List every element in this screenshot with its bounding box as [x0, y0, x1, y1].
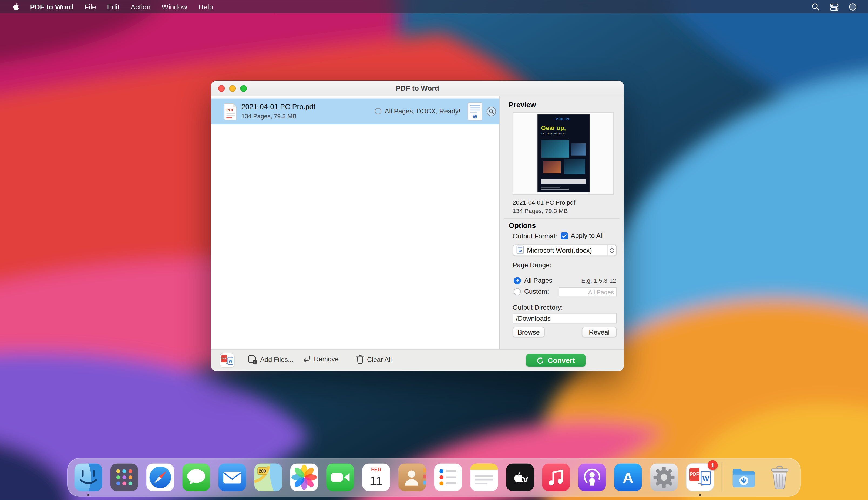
dock-item-downloads[interactable] — [729, 463, 758, 492]
file-row[interactable]: PDF 2021-04-01 PC Pro.pdf 134 Pages, 79.… — [211, 99, 499, 124]
window-title: PDF to Word — [211, 81, 624, 96]
svg-text:PDF: PDF — [222, 357, 227, 360]
add-files-button[interactable]: Add Files... — [248, 354, 293, 364]
remove-label: Remove — [314, 355, 339, 363]
cover-line — [541, 189, 569, 190]
menu-edit[interactable]: Edit — [102, 2, 125, 11]
output-format-label: Output Format: — [512, 232, 557, 240]
dock-item-app-store[interactable]: A — [613, 463, 642, 492]
photos-icon — [290, 463, 319, 492]
menu-help[interactable]: Help — [193, 2, 219, 11]
finder-icon — [74, 463, 103, 492]
cover-line — [541, 186, 560, 188]
file-list: PDF 2021-04-01 PC Pro.pdf 134 Pages, 79.… — [211, 96, 499, 349]
convert-icon — [537, 356, 544, 364]
dock-item-launchpad[interactable] — [110, 463, 139, 492]
output-directory-input[interactable] — [512, 313, 617, 324]
dock-item-messages[interactable] — [182, 463, 211, 492]
dock-item-maps[interactable]: 280 — [254, 463, 283, 492]
options-heading: Options — [509, 221, 536, 229]
all-pages-radio[interactable] — [514, 277, 521, 284]
cover-strip — [541, 179, 586, 184]
window-toolbar: PDF W Add Files... Rem — [211, 349, 624, 371]
maps-icon: 280 — [254, 463, 283, 492]
convert-button[interactable]: Convert — [526, 354, 586, 367]
svg-text:PDF: PDF — [690, 471, 699, 477]
preview-file-name: 2021-04-01 PC Pro.pdf — [512, 199, 575, 206]
add-files-label: Add Files... — [260, 355, 293, 363]
output-directory-label: Output Directory: — [512, 304, 563, 311]
remove-button[interactable]: Remove — [302, 354, 339, 363]
cover-image-block — [543, 161, 561, 173]
custom-label: Custom: — [524, 287, 549, 295]
magazine-cover: PHILIPS Gear up, for a clear advantage — [537, 114, 589, 193]
output-format-popup[interactable]: W Microsoft Word(.docx) — [512, 245, 617, 256]
notes-icon — [470, 463, 498, 492]
menu-file[interactable]: File — [79, 2, 102, 11]
app-store-letter: A — [622, 469, 633, 486]
status-text: All Pages, DOCX, Ready! — [385, 107, 461, 115]
siri-icon[interactable] — [848, 2, 857, 11]
menu-action[interactable]: Action — [125, 2, 156, 11]
dock: 280 — [67, 458, 801, 497]
apply-to-all-checkbox[interactable] — [561, 232, 568, 239]
dock-item-trash[interactable] — [765, 463, 794, 492]
preview-thumbnail: PHILIPS Gear up, for a clear advantage — [512, 112, 614, 195]
dock-separator — [722, 463, 722, 492]
dock-item-contacts[interactable] — [398, 463, 427, 492]
menu-window[interactable]: Window — [156, 2, 193, 11]
add-files-icon — [248, 354, 257, 364]
dock-item-safari[interactable] — [146, 463, 175, 492]
page-range-label: Page Range: — [512, 261, 552, 269]
control-center-icon[interactable] — [830, 2, 839, 11]
dock-item-system-preferences[interactable] — [650, 463, 678, 492]
dock-item-podcasts[interactable] — [578, 463, 607, 492]
svg-text:W: W — [229, 359, 233, 363]
file-meta: 134 Pages, 79.3 MB — [241, 113, 296, 120]
all-pages-label: All Pages — [524, 276, 552, 284]
apple-menu[interactable] — [0, 2, 24, 11]
apple-tv-icon: tv — [506, 463, 534, 492]
svg-text:W: W — [702, 474, 709, 482]
cover-headline: Gear up, — [541, 124, 566, 131]
preview-magnifier-button[interactable] — [487, 107, 496, 116]
safari-icon — [146, 463, 175, 492]
maps-route-label: 280 — [259, 469, 266, 474]
running-indicator — [87, 494, 89, 496]
word-format-icon: W — [516, 246, 524, 255]
svg-text:W: W — [519, 249, 522, 253]
status-circle-icon — [375, 108, 382, 114]
menu-app-name[interactable]: PDF to Word — [24, 2, 79, 11]
dock-item-pdf-to-word[interactable]: PDF W 1 — [686, 463, 714, 492]
dock-item-reminders[interactable] — [434, 463, 463, 492]
notification-badge: 1 — [708, 460, 718, 470]
browse-button[interactable]: Browse — [512, 327, 545, 338]
spotlight-search-icon[interactable] — [812, 2, 820, 11]
running-indicator — [699, 494, 701, 496]
cover-image-block — [541, 140, 569, 158]
reveal-button[interactable]: Reveal — [582, 327, 617, 338]
calendar-day: 11 — [370, 474, 383, 488]
dock-item-mail[interactable] — [218, 463, 247, 492]
file-status: All Pages, DOCX, Ready! — [375, 107, 461, 115]
convert-label: Convert — [548, 356, 575, 364]
clear-all-button[interactable]: Clear All — [356, 354, 392, 364]
trash-icon — [356, 354, 364, 364]
dock-item-music[interactable] — [542, 463, 571, 492]
menu-bar: PDF to Word File Edit Action Window Help — [0, 0, 868, 13]
custom-range-radio[interactable] — [514, 288, 521, 295]
dock-item-facetime[interactable] — [326, 463, 354, 492]
clear-all-label: Clear All — [367, 355, 392, 363]
dock-item-photos[interactable] — [290, 463, 319, 492]
custom-range-input[interactable] — [559, 287, 617, 296]
dock-item-finder[interactable] — [74, 463, 103, 492]
pdf-to-word-window: PDF to Word PDF 2021-04-01 PC Pro.pdf 1 — [211, 81, 624, 371]
popup-chevrons-icon — [607, 245, 616, 256]
window-titlebar[interactable]: PDF to Word — [211, 81, 624, 96]
dock-item-tv[interactable]: tv — [506, 463, 534, 492]
cover-subline: for a clear advantage — [541, 132, 565, 135]
remove-icon — [302, 354, 311, 363]
facetime-icon — [326, 463, 354, 492]
dock-item-notes[interactable] — [470, 463, 498, 492]
dock-item-calendar[interactable]: FEB 11 — [362, 463, 391, 492]
